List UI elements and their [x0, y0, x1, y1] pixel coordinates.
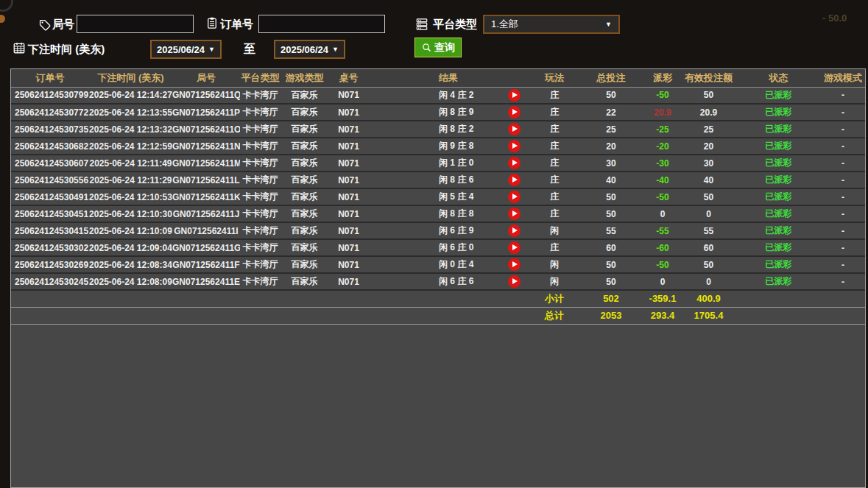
play-type-cell: 庄: [531, 104, 578, 121]
bet-time-cell: 2025-06-24 12:13:32: [89, 121, 172, 138]
table-no-cell: N071: [328, 87, 369, 104]
valid-bet-cell: 50: [681, 87, 736, 104]
play-cell: [497, 155, 531, 171]
column-header: 状态: [736, 69, 821, 87]
column-header: 结果: [369, 69, 497, 87]
bet-history-table: 订单号下注时间 (美东)局号平台类型游戏类型桌号结果玩法总投注派彩有效投注额状态…: [11, 69, 865, 325]
platform-label: 平台类型: [433, 15, 477, 34]
play-button[interactable]: [508, 106, 521, 119]
total-bet-cell: 25: [578, 121, 644, 138]
table-no-cell: N071: [328, 273, 369, 290]
result-cell: 闲 6 庄 6: [369, 273, 497, 290]
column-header: [497, 69, 531, 87]
payout-cell: -50: [644, 256, 681, 273]
total-bet-cell: 50: [578, 273, 644, 290]
column-header: 总投注: [578, 69, 644, 87]
game-mode-cell: -: [821, 256, 865, 273]
status-cell: 已派彩: [736, 239, 821, 256]
game-type-cell: 百家乐: [280, 87, 328, 104]
game-type-cell: 百家乐: [280, 188, 328, 205]
game-mode-cell: -: [821, 87, 865, 104]
round-input[interactable]: [77, 15, 194, 33]
result-cell: 闲 8 庄 8: [369, 205, 497, 222]
result-cell: 闲 9 庄 8: [369, 138, 497, 155]
play-button[interactable]: [508, 258, 521, 271]
bet-time-cell: 2025-06-24 12:08:09: [89, 273, 172, 290]
date-from-picker[interactable]: 2025/06/24 ▼: [150, 40, 222, 59]
result-cell: 闲 1 庄 0: [369, 155, 497, 171]
order-input[interactable]: [258, 15, 385, 33]
platform-cell: 卡卡湾厅: [240, 104, 280, 121]
play-button[interactable]: [508, 241, 521, 254]
order-cell: 250624124530269: [11, 256, 89, 273]
total-total-bet: 2053: [578, 307, 644, 324]
play-cell: [497, 121, 531, 138]
platform-cell: 卡卡湾厅: [240, 138, 280, 155]
column-header: 游戏类型: [280, 69, 328, 87]
subtotal-valid-bet: 400.9: [681, 290, 736, 307]
game-mode-cell: -: [821, 104, 865, 121]
play-button[interactable]: [508, 191, 521, 203]
round-cell: GN0712562411M: [172, 155, 240, 171]
order-label: 订单号: [220, 15, 253, 34]
game-type-cell: 百家乐: [280, 239, 328, 256]
valid-bet-cell: 0: [681, 273, 736, 290]
play-type-cell: 庄: [531, 188, 578, 205]
game-mode-cell: -: [821, 239, 865, 256]
play-type-cell: 庄: [531, 121, 578, 138]
game-mode-cell: -: [821, 138, 865, 155]
search-icon: [421, 42, 432, 53]
payout-cell: -40: [644, 171, 681, 188]
play-type-cell: 闲: [531, 273, 578, 290]
play-button[interactable]: [508, 208, 521, 220]
game-type-cell: 百家乐: [280, 104, 328, 121]
column-header: 下注时间 (美东): [89, 69, 172, 87]
search-button[interactable]: 查询: [414, 38, 462, 57]
total-row: 总计2053293.41705.4: [11, 307, 865, 324]
play-button[interactable]: [508, 224, 521, 237]
table-no-cell: N071: [328, 121, 369, 138]
play-cell: [497, 138, 531, 155]
game-type-cell: 百家乐: [280, 222, 328, 239]
clipboard-icon: [205, 16, 219, 29]
game-mode-cell: -: [821, 222, 865, 239]
play-button[interactable]: [508, 123, 521, 135]
column-header: 玩法: [531, 69, 578, 87]
total-bet-cell: 40: [578, 171, 644, 188]
total-bet-cell: 55: [578, 222, 644, 239]
play-type-cell: 闲: [531, 256, 578, 273]
play-button[interactable]: [508, 174, 521, 186]
order-cell: 250624124530772: [11, 104, 89, 121]
table-no-cell: N071: [328, 222, 369, 239]
spacer-cell: [821, 290, 865, 307]
order-cell: 250624124530302: [11, 239, 89, 256]
platform-cell: 卡卡湾厅: [240, 273, 280, 290]
round-cell: GN0712562411E: [172, 273, 240, 290]
results-panel: 订单号下注时间 (美东)局号平台类型游戏类型桌号结果玩法总投注派彩有效投注额状态…: [10, 68, 866, 488]
table-no-cell: N071: [328, 104, 369, 121]
play-cell: [497, 87, 531, 104]
play-button[interactable]: [508, 89, 521, 102]
order-cell: 250624124530451: [11, 205, 89, 222]
total-bet-cell: 30: [578, 155, 644, 171]
play-button[interactable]: [508, 140, 521, 152]
play-button[interactable]: [508, 275, 521, 288]
status-cell: 已派彩: [736, 155, 821, 171]
play-button[interactable]: [508, 157, 521, 169]
bet-time-cell: 2025-06-24 12:08:34: [89, 256, 172, 273]
platform-select[interactable]: 1.全部 ▼: [483, 15, 620, 34]
platform-cell: 卡卡湾厅: [240, 87, 280, 104]
subtotal-payout: -359.1: [644, 290, 681, 307]
order-cell: 250624124530682: [11, 138, 89, 155]
bet-time-cell: 2025-06-24 12:14:27: [89, 87, 172, 104]
date-to-picker[interactable]: 2025/06/24 ▼: [274, 40, 345, 59]
table-no-cell: N071: [328, 138, 369, 155]
table-row: 2506241245307352025-06-24 12:13:32GN0712…: [11, 121, 865, 138]
result-cell: 闲 0 庄 4: [369, 256, 497, 273]
watermark-dot: [0, 15, 5, 23]
play-cell: [497, 239, 531, 256]
bet-time-cell: 2025-06-24 12:11:49: [89, 155, 172, 171]
game-mode-cell: -: [821, 171, 865, 188]
valid-bet-cell: 55: [681, 222, 736, 239]
total-label: 总计: [531, 307, 578, 324]
